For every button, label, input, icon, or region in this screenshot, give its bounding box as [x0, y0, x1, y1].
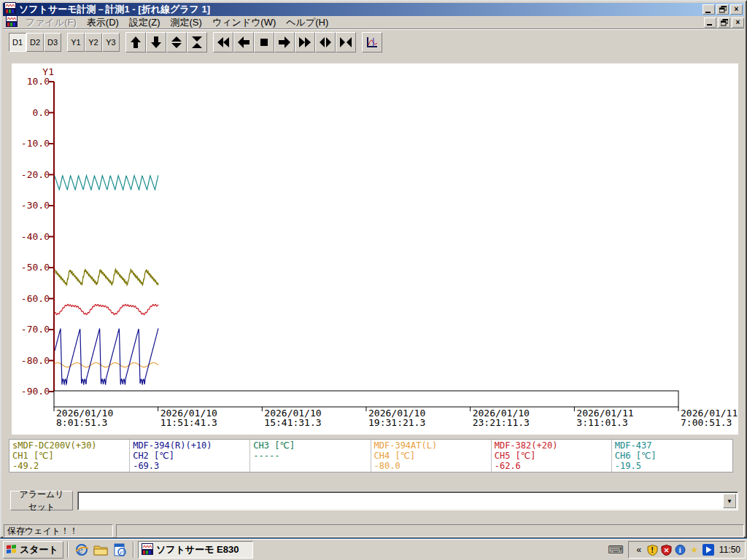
channel-label: CH4 [℃]	[374, 451, 488, 461]
graph-settings-icon[interactable]	[362, 32, 382, 52]
taskbar-clock: 11:50	[719, 545, 740, 555]
status-message: 保存ウェイト！！	[4, 524, 113, 537]
tray-chevron-icon[interactable]: «	[633, 544, 645, 556]
y-tick-label: -70.0	[13, 324, 50, 335]
close-button[interactable]: ×	[730, 4, 743, 15]
x-tick-label: 2026/01/1023:21:11.3	[473, 408, 530, 427]
app-icon	[142, 543, 153, 557]
mdi-child-icon[interactable]	[6, 15, 18, 30]
menu-view[interactable]: 表示(D)	[82, 15, 124, 30]
document-icon[interactable]: e	[112, 542, 128, 558]
combobox-dropdown-icon[interactable]: ▼	[723, 494, 736, 508]
star-icon[interactable]: ★	[689, 544, 700, 556]
svg-text:✕: ✕	[664, 547, 670, 554]
legend-cell-ch1: sMDF-DC200V(+30) CH1 [℃] -49.2	[9, 440, 130, 472]
channel-value: -80.0	[374, 461, 488, 471]
channel-label: CH2 [℃]	[133, 451, 247, 461]
channel-value: -19.5	[615, 461, 729, 471]
menu-window[interactable]: ウィンドウ(W)	[207, 15, 281, 30]
alarm-reset-button[interactable]: アラームリセット	[10, 491, 73, 510]
menu-measure[interactable]: 測定(S)	[165, 15, 206, 30]
security-alert-shield-icon[interactable]: ✕	[661, 544, 673, 556]
start-button[interactable]: スタート	[3, 541, 63, 559]
security-warning-shield-icon[interactable]: !	[647, 544, 659, 556]
child-minimize-button[interactable]	[704, 18, 716, 28]
legend-cell-ch4: MDF-394AT(L) CH4 [℃] -80.0	[371, 440, 492, 472]
system-tray: « ! ✕ i ★ 11:50	[628, 541, 746, 559]
menu-settings[interactable]: 設定(Z)	[124, 15, 166, 30]
alarm-combobox-value[interactable]	[78, 492, 721, 510]
compress-horizontal-icon[interactable]	[336, 32, 356, 52]
y2-button[interactable]: Y2	[85, 33, 102, 52]
scroll-down-icon[interactable]	[146, 32, 166, 52]
taskbar-separator	[133, 542, 134, 558]
y-tick-label: -20.0	[13, 169, 50, 180]
compress-vertical-icon[interactable]	[187, 32, 207, 52]
windows-logo-icon	[6, 544, 18, 556]
alarm-combobox[interactable]: ▼	[77, 491, 738, 510]
channel-name: MDF-394(R)(+10)	[133, 440, 247, 451]
channel-legend: sMDF-DC200V(+30) CH1 [℃] -49.2 MDF-394(R…	[9, 439, 733, 472]
line-chart	[12, 63, 738, 435]
menu-file[interactable]: ファイル(F)	[20, 15, 82, 30]
expand-horizontal-icon[interactable]	[315, 32, 336, 52]
child-close-button[interactable]: ×	[732, 18, 744, 28]
media-play-icon[interactable]	[703, 544, 714, 556]
series-line-ch2	[55, 328, 158, 384]
legend-cell-ch2: MDF-394(R)(+10) CH2 [℃] -69.3	[130, 440, 250, 472]
fast-rewind-icon[interactable]	[213, 32, 233, 52]
task-label: ソフトサーモ E830	[156, 543, 239, 556]
y1-button[interactable]: Y1	[67, 33, 85, 52]
time-range-navigator[interactable]	[54, 391, 678, 407]
taskbar-separator	[67, 542, 69, 558]
channel-name: sMDF-DC200V(+30)	[12, 440, 126, 451]
x-tick-label: 2026/01/1019:31:21.3	[368, 408, 425, 427]
title-bar: ソフトサーモ計測－計測1 - [折れ線グラフ 1] ×	[3, 3, 744, 16]
child-restore-button[interactable]	[718, 18, 730, 28]
y-tick-label: -60.0	[13, 293, 50, 304]
menu-bar: ファイル(F) 表示(D) 設定(Z) 測定(S) ウィンドウ(W) ヘルプ(H…	[3, 16, 744, 29]
status-bar: 保存ウェイト！！	[3, 522, 744, 537]
series-line-ch5	[55, 304, 158, 314]
scroll-left-icon[interactable]	[233, 32, 254, 52]
y-tick-label: 10.0	[13, 76, 50, 87]
expand-vertical-icon[interactable]	[166, 32, 187, 52]
keyboard-icon[interactable]: ⌨	[608, 543, 624, 556]
series-line-ch1	[55, 269, 158, 285]
y-tick-label: 0.0	[13, 107, 50, 118]
info-balloon-icon[interactable]: i	[675, 544, 686, 556]
y-tick-label: -90.0	[13, 386, 50, 397]
app-window: ソフトサーモ計測－計測1 - [折れ線グラフ 1] × ファイル(F) 表示(D…	[0, 0, 747, 538]
channel-name: MDF-437	[615, 440, 729, 451]
x-tick-label: 2026/01/113:11:01.3	[576, 408, 633, 427]
minimize-button[interactable]	[703, 4, 715, 15]
svg-text:e: e	[120, 548, 123, 556]
internet-explorer-icon[interactable]: e	[74, 542, 90, 558]
channel-value: -62.6	[495, 461, 608, 471]
toolbar: D1 D2 D3 Y1 Y2 Y3	[3, 31, 744, 54]
menu-help[interactable]: ヘルプ(H)	[281, 15, 333, 30]
folder-icon[interactable]	[93, 542, 109, 558]
scroll-right-icon[interactable]	[274, 32, 295, 52]
channel-name: MDF-382(+20)	[495, 440, 608, 451]
d3-button[interactable]: D3	[44, 33, 61, 52]
x-tick-label: 2026/01/117:00:51.3	[681, 408, 738, 427]
y-tick-label: -10.0	[13, 138, 50, 149]
y3-button[interactable]: Y3	[102, 33, 120, 52]
d1-button[interactable]: D1	[9, 33, 26, 52]
y-tick-label: -80.0	[13, 355, 50, 366]
series-line-ch6	[55, 176, 158, 190]
start-label: スタート	[20, 543, 58, 556]
x-tick-label: 2026/01/1015:41:31.3	[264, 408, 321, 427]
channel-label: CH5 [℃]	[495, 451, 608, 461]
d2-button[interactable]: D2	[26, 33, 44, 52]
stop-icon[interactable]	[254, 32, 274, 52]
channel-label: CH3 [℃]	[253, 440, 367, 451]
legend-cell-ch5: MDF-382(+20) CH5 [℃] -62.6	[492, 440, 612, 472]
fast-forward-icon[interactable]	[295, 32, 315, 52]
scroll-up-icon[interactable]	[125, 32, 146, 52]
restore-button[interactable]	[716, 4, 729, 15]
channel-label: CH6 [℃]	[615, 451, 729, 461]
task-button-softthermo[interactable]: ソフトサーモ E830	[138, 541, 253, 559]
legend-cell-ch3: CH3 [℃] -----	[250, 440, 371, 472]
